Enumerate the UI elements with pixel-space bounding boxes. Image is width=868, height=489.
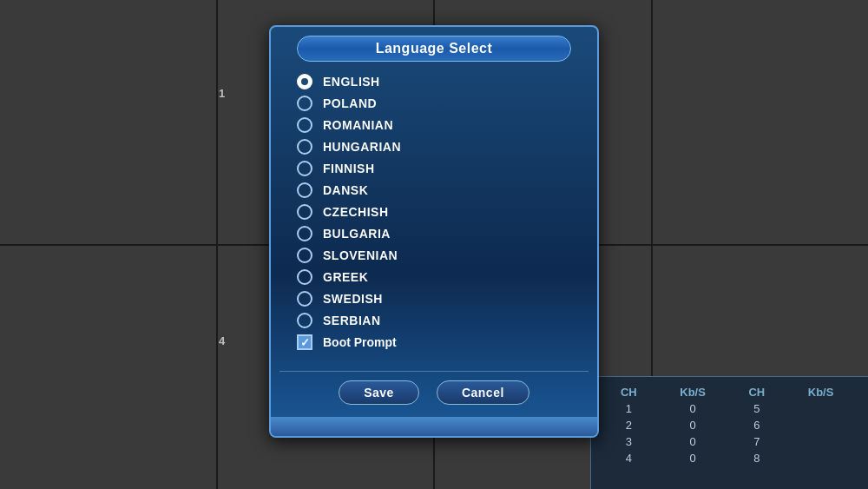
radio-circle-english	[297, 74, 312, 89]
radio-circle-dansk	[297, 182, 312, 198]
dialog-overlay: Language Select ENGLISHPOLANDROMANIANHUN…	[0, 0, 868, 489]
radio-circle-finnish	[297, 161, 312, 176]
language-label-dansk: DANSK	[323, 183, 368, 197]
language-label-english: ENGLISH	[323, 75, 380, 89]
language-label-serbian: SERBIAN	[323, 314, 381, 327]
dialog-title-bar: Language Select	[297, 36, 571, 62]
checkmark-icon: ✓	[300, 337, 310, 348]
language-label-poland: POLAND	[323, 96, 377, 110]
cancel-button[interactable]: Cancel	[437, 380, 529, 405]
radio-circle-hungarian	[297, 139, 312, 155]
dialog-buttons: Save Cancel	[271, 375, 597, 417]
radio-circle-swedish	[297, 291, 312, 307]
language-label-romanian: ROMANIAN	[323, 118, 393, 132]
dialog-title: Language Select	[376, 41, 493, 56]
radio-circle-czechish	[297, 204, 312, 220]
dialog-divider	[279, 371, 589, 372]
language-option-romanian[interactable]: ROMANIAN	[297, 117, 571, 133]
language-label-greek: GREEK	[323, 270, 368, 284]
radio-circle-poland	[297, 96, 312, 111]
language-label-czechish: CZECHISH	[323, 205, 389, 219]
radio-circle-serbian	[297, 313, 312, 328]
save-button[interactable]: Save	[339, 380, 419, 405]
radio-circle-romanian	[297, 117, 312, 133]
radio-circle-slovenian	[297, 248, 312, 263]
language-label-hungarian: HUNGARIAN	[323, 140, 401, 154]
language-option-czechish[interactable]: CZECHISH	[297, 204, 571, 220]
language-option-poland[interactable]: POLAND	[297, 96, 571, 111]
language-option-bulgaria[interactable]: BULGARIA	[297, 226, 571, 241]
language-option-slovenian[interactable]: SLOVENIAN	[297, 248, 571, 263]
language-option-english[interactable]: ENGLISH	[297, 74, 571, 89]
language-option-swedish[interactable]: SWEDISH	[297, 291, 571, 307]
language-option-finnish[interactable]: FINNISH	[297, 161, 571, 176]
boot-prompt-label: Boot Prompt	[323, 335, 397, 349]
language-option-dansk[interactable]: DANSK	[297, 182, 571, 198]
radio-circle-bulgaria	[297, 226, 312, 241]
dialog-body: ENGLISHPOLANDROMANIANHUNGARIANFINNISHDAN…	[271, 62, 597, 367]
language-option-greek[interactable]: GREEK	[297, 269, 571, 285]
boot-prompt-checkbox[interactable]: ✓	[297, 334, 312, 350]
language-label-slovenian: SLOVENIAN	[323, 248, 398, 262]
language-label-finnish: FINNISH	[323, 162, 375, 175]
language-label-swedish: SWEDISH	[323, 292, 383, 306]
radio-circle-greek	[297, 269, 312, 285]
language-list: ENGLISHPOLANDROMANIANHUNGARIANFINNISHDAN…	[297, 74, 571, 328]
language-option-hungarian[interactable]: HUNGARIAN	[297, 139, 571, 155]
language-label-bulgaria: BULGARIA	[323, 227, 391, 241]
dialog-footer	[271, 417, 597, 436]
boot-prompt-item[interactable]: ✓ Boot Prompt	[297, 334, 571, 350]
language-select-dialog: Language Select ENGLISHPOLANDROMANIANHUN…	[269, 25, 599, 438]
language-option-serbian[interactable]: SERBIAN	[297, 313, 571, 328]
